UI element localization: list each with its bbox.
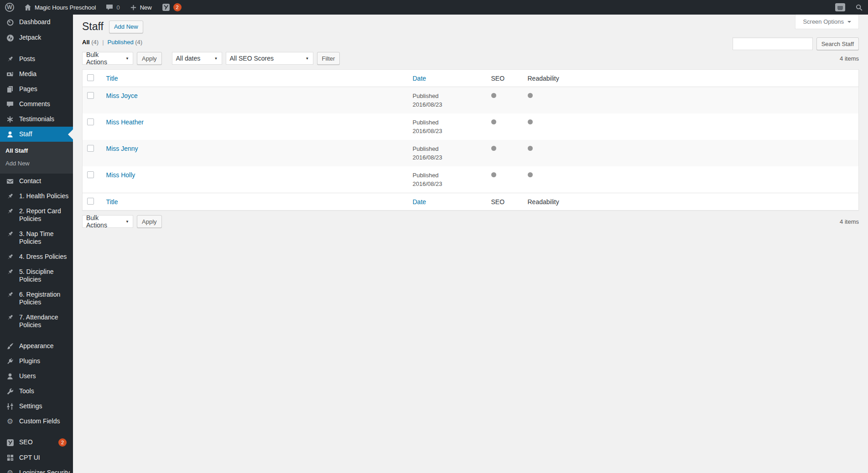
sidebar-item-contact[interactable]: Contact xyxy=(0,174,73,189)
apply-button[interactable]: Apply xyxy=(137,52,162,65)
sort-date-link[interactable]: Date xyxy=(413,198,426,206)
column-date: Date xyxy=(408,70,487,87)
staff-title-link[interactable]: Miss Jenny xyxy=(106,145,138,152)
home-icon xyxy=(24,4,31,11)
admin-bar: Magic Hours Preschool 0 New 2 xyxy=(0,0,868,15)
seo-notification-badge: 2 xyxy=(58,438,67,447)
user-icon xyxy=(6,373,14,380)
add-new-button[interactable]: Add New xyxy=(109,21,143,33)
column-readability: Readability xyxy=(523,70,859,87)
sidebar-item-posts[interactable]: Posts xyxy=(0,51,73,67)
view-all[interactable]: All (4) xyxy=(82,39,99,46)
site-name: Magic Hours Preschool xyxy=(35,4,96,11)
asterisk-icon xyxy=(6,116,14,123)
media-icon xyxy=(6,71,14,78)
dates-filter-select[interactable]: All dates xyxy=(172,52,222,65)
pin-icon xyxy=(6,56,14,63)
sidebar-item-pages[interactable]: Pages xyxy=(0,82,73,97)
staff-title-link[interactable]: Miss Heather xyxy=(106,118,144,126)
tablenav-top: Bulk Actions Apply All dates All SEO Sco… xyxy=(82,52,859,65)
screen-feedback-menu[interactable] xyxy=(830,0,850,15)
seo-scores-filter-select[interactable]: All SEO Scores xyxy=(226,52,313,65)
plug-icon xyxy=(6,358,14,365)
view-published[interactable]: Published (4) xyxy=(108,39,143,46)
sidebar-item-plugins[interactable]: Plugins xyxy=(0,354,73,369)
seo-score-dot xyxy=(491,119,496,124)
select-all-checkbox[interactable] xyxy=(87,74,94,81)
select-row-checkbox[interactable] xyxy=(87,171,94,178)
sidebar-item-testimonials[interactable]: Testimonials xyxy=(0,112,73,127)
pin-icon xyxy=(6,314,14,321)
sidebar-item-label: Dashboard xyxy=(19,18,71,26)
sidebar-item-health-policies[interactable]: 1. Health Policies xyxy=(0,189,73,204)
submenu-item-all-staff[interactable]: All Staff xyxy=(0,144,73,157)
readability-score-dot xyxy=(528,119,533,124)
sidebar-item-dress-policies[interactable]: 4. Dress Policies xyxy=(0,249,73,264)
submenu-item-add-new[interactable]: Add New xyxy=(0,157,73,170)
sidebar-item-seo[interactable]: SEO 2 xyxy=(0,435,73,450)
user-icon xyxy=(6,131,14,138)
sidebar-item-settings[interactable]: Settings xyxy=(0,399,73,414)
site-name-link[interactable]: Magic Hours Preschool xyxy=(19,0,101,15)
filter-button[interactable]: Filter xyxy=(317,52,340,65)
select-row-checkbox[interactable] xyxy=(87,118,94,125)
wordpress-menu[interactable] xyxy=(0,0,19,15)
sidebar-item-custom-fields[interactable]: ⚙ Custom Fields xyxy=(0,414,73,429)
sidebar-item-report-card-policies[interactable]: 2. Report Card Policies xyxy=(0,204,73,226)
apply-button[interactable]: Apply xyxy=(137,215,162,228)
sidebar-item-discipline-policies[interactable]: 5. Discipline Policies xyxy=(0,264,73,287)
sidebar-item-staff[interactable]: Staff xyxy=(0,127,73,142)
sidebar-item-label: Appearance xyxy=(19,342,71,350)
sidebar-item-loginizer-security[interactable]: ⚙ Loginizer Security xyxy=(0,465,73,473)
sidebar-item-registration-policies[interactable]: 6. Registration Policies xyxy=(0,287,73,310)
tablenav-bottom: Bulk Actions Apply 4 items xyxy=(82,215,859,228)
sidebar-item-tools[interactable]: Tools xyxy=(0,384,73,399)
sidebar-item-label: Staff xyxy=(19,130,71,138)
table-row: Miss Joyce Published2016/08/23 xyxy=(83,87,859,114)
main-content: Screen Options Staff Add New Search Staf… xyxy=(73,15,868,473)
select-row-checkbox[interactable] xyxy=(87,145,94,152)
sidebar-item-label: Comments xyxy=(19,100,71,108)
yoast-icon xyxy=(162,3,170,11)
sidebar-item-comments[interactable]: Comments xyxy=(0,97,73,112)
yoast-adminbar-menu[interactable]: 2 xyxy=(157,0,187,15)
staff-title-link[interactable]: Miss Holly xyxy=(106,171,135,179)
select-all-checkbox[interactable] xyxy=(87,198,94,205)
table-row: Miss Holly Published2016/08/23 xyxy=(83,166,859,193)
pages-icon xyxy=(6,86,14,93)
staff-title-link[interactable]: Miss Joyce xyxy=(106,92,138,99)
post-date: 2016/08/23 xyxy=(413,153,482,162)
adminbar-search[interactable] xyxy=(850,0,868,15)
search-icon xyxy=(855,4,863,11)
search-staff-button[interactable]: Search Staff xyxy=(816,37,859,50)
sidebar-item-attendance-policies[interactable]: 7. Attendance Policies xyxy=(0,310,73,333)
comments-shortcut[interactable]: 0 xyxy=(101,0,125,15)
search-input[interactable] xyxy=(733,37,813,50)
select-row-checkbox[interactable] xyxy=(87,92,94,99)
staff-list-table: Title Date SEO Readability Miss Joyce Pu… xyxy=(82,69,859,211)
sidebar-item-users[interactable]: Users xyxy=(0,369,73,384)
sidebar-item-appearance[interactable]: Appearance xyxy=(0,339,73,354)
sliders-icon xyxy=(6,403,14,410)
pin-icon xyxy=(6,253,14,261)
screen-options-label: Screen Options xyxy=(803,18,844,25)
column-seo: SEO xyxy=(487,70,523,87)
sort-title-link[interactable]: Title xyxy=(106,75,118,82)
sidebar-item-media[interactable]: Media xyxy=(0,67,73,82)
new-content-menu[interactable]: New xyxy=(125,0,157,15)
sidebar-item-dashboard[interactable]: Dashboard xyxy=(0,15,73,30)
bulk-actions-select[interactable]: Bulk Actions xyxy=(82,215,133,228)
screen-options-tab[interactable]: Screen Options xyxy=(795,15,859,29)
sort-title-link[interactable]: Title xyxy=(106,198,118,206)
post-date: 2016/08/23 xyxy=(413,127,482,135)
jetpack-icon xyxy=(6,34,14,42)
post-date: 2016/08/23 xyxy=(413,180,482,188)
sidebar-item-jetpack[interactable]: Jetpack xyxy=(0,30,73,46)
bulk-actions-select[interactable]: Bulk Actions xyxy=(82,52,133,65)
sidebar-item-cpt-ui[interactable]: CPT UI xyxy=(0,450,73,465)
sort-date-link[interactable]: Date xyxy=(413,75,426,82)
sidebar-item-nap-time-policies[interactable]: 3. Nap Time Policies xyxy=(0,226,73,249)
select-all-cell xyxy=(83,70,102,87)
post-status: Published xyxy=(413,171,482,180)
menu-separator xyxy=(0,46,73,51)
